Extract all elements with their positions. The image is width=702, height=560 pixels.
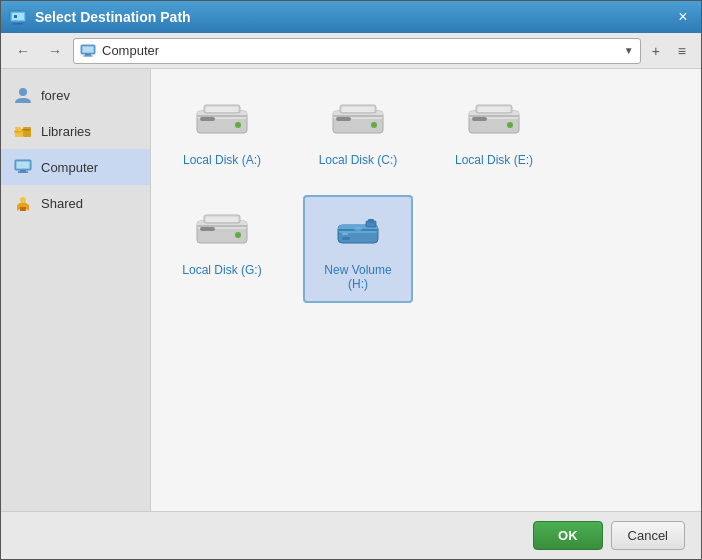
svg-rect-1 bbox=[12, 13, 24, 20]
computer-icon bbox=[13, 157, 33, 177]
main-content: forev Libraries bbox=[1, 69, 701, 511]
svg-rect-10 bbox=[15, 129, 23, 137]
hdd-icon-g bbox=[192, 207, 252, 255]
hdd-icon-e bbox=[464, 97, 524, 145]
dialog-title: Select Destination Path bbox=[35, 9, 673, 25]
address-bar[interactable]: Computer ▼ bbox=[73, 38, 641, 64]
hdd-icon-a bbox=[192, 97, 252, 145]
sidebar-item-computer[interactable]: Computer bbox=[1, 149, 150, 185]
file-label-disk-a: Local Disk (A:) bbox=[183, 153, 261, 167]
svg-rect-31 bbox=[333, 115, 383, 117]
select-destination-dialog: Select Destination Path × ← → Computer ▼… bbox=[0, 0, 702, 560]
file-item-disk-g[interactable]: Local Disk (G:) bbox=[167, 195, 277, 303]
svg-rect-45 bbox=[197, 225, 247, 227]
svg-rect-44 bbox=[200, 227, 215, 231]
shared-icon bbox=[13, 193, 33, 213]
svg-rect-24 bbox=[197, 115, 247, 117]
svg-rect-48 bbox=[206, 217, 238, 222]
file-item-volume-h[interactable]: New Volume (H:) bbox=[303, 195, 413, 303]
title-bar: Select Destination Path × bbox=[1, 1, 701, 33]
view-button[interactable]: ≡ bbox=[671, 39, 693, 63]
hdd-icon-c bbox=[328, 97, 388, 145]
sidebar-item-shared[interactable]: Shared bbox=[1, 185, 150, 221]
svg-rect-4 bbox=[14, 15, 17, 18]
libraries-icon bbox=[13, 121, 33, 141]
sidebar-computer-label: Computer bbox=[41, 160, 98, 175]
new-folder-button[interactable]: + bbox=[645, 39, 667, 63]
svg-rect-53 bbox=[368, 219, 374, 223]
toolbar: ← → Computer ▼ + ≡ bbox=[1, 33, 701, 69]
svg-point-46 bbox=[235, 232, 241, 238]
user-icon bbox=[13, 85, 33, 105]
file-label-disk-g: Local Disk (G:) bbox=[182, 263, 261, 277]
sidebar-forev-label: forev bbox=[41, 88, 70, 103]
svg-rect-19 bbox=[20, 207, 26, 211]
svg-point-20 bbox=[20, 197, 26, 203]
sidebar-item-forev[interactable]: forev bbox=[1, 77, 150, 113]
svg-rect-55 bbox=[342, 233, 348, 235]
file-label-disk-c: Local Disk (C:) bbox=[319, 153, 398, 167]
svg-point-9 bbox=[19, 88, 27, 96]
svg-rect-34 bbox=[342, 107, 374, 112]
svg-rect-8 bbox=[84, 55, 93, 56]
back-button[interactable]: ← bbox=[9, 39, 37, 63]
address-computer-icon bbox=[80, 43, 96, 59]
svg-rect-37 bbox=[472, 117, 487, 121]
file-item-disk-a[interactable]: Local Disk (A:) bbox=[167, 85, 277, 179]
svg-rect-3 bbox=[13, 23, 23, 25]
file-area: Local Disk (A:) Local Disk (C:) bbox=[151, 69, 701, 511]
svg-rect-18 bbox=[18, 172, 28, 173]
sidebar-item-libraries[interactable]: Libraries bbox=[1, 113, 150, 149]
svg-rect-17 bbox=[20, 170, 26, 172]
svg-rect-27 bbox=[206, 107, 238, 112]
svg-point-32 bbox=[371, 122, 377, 128]
file-label-disk-e: Local Disk (E:) bbox=[455, 153, 533, 167]
bottom-bar: OK Cancel bbox=[1, 511, 701, 559]
sidebar-shared-label: Shared bbox=[41, 196, 83, 211]
svg-rect-54 bbox=[342, 237, 350, 240]
svg-rect-41 bbox=[478, 107, 510, 112]
file-grid: Local Disk (A:) Local Disk (C:) bbox=[167, 85, 685, 303]
svg-rect-13 bbox=[22, 129, 30, 131]
svg-rect-23 bbox=[200, 117, 215, 121]
dialog-icon bbox=[9, 8, 27, 26]
sidebar: forev Libraries bbox=[1, 69, 151, 511]
svg-point-25 bbox=[235, 122, 241, 128]
svg-rect-6 bbox=[83, 46, 94, 52]
ok-button[interactable]: OK bbox=[533, 521, 603, 550]
file-item-disk-c[interactable]: Local Disk (C:) bbox=[303, 85, 413, 179]
usb-icon-h bbox=[328, 207, 388, 255]
svg-rect-38 bbox=[469, 115, 519, 117]
forward-button[interactable]: → bbox=[41, 39, 69, 63]
file-item-disk-e[interactable]: Local Disk (E:) bbox=[439, 85, 549, 179]
svg-rect-30 bbox=[336, 117, 351, 121]
close-button[interactable]: × bbox=[673, 7, 693, 27]
file-label-volume-h: New Volume (H:) bbox=[315, 263, 401, 291]
svg-point-56 bbox=[354, 227, 362, 231]
address-text: Computer bbox=[102, 43, 618, 58]
cancel-button[interactable]: Cancel bbox=[611, 521, 685, 550]
address-dropdown-icon[interactable]: ▼ bbox=[624, 45, 634, 56]
svg-rect-16 bbox=[17, 162, 30, 169]
sidebar-libraries-label: Libraries bbox=[41, 124, 91, 139]
svg-rect-12 bbox=[23, 127, 31, 137]
svg-rect-11 bbox=[14, 131, 22, 133]
svg-rect-7 bbox=[85, 54, 91, 56]
svg-point-39 bbox=[507, 122, 513, 128]
svg-rect-14 bbox=[15, 127, 21, 129]
